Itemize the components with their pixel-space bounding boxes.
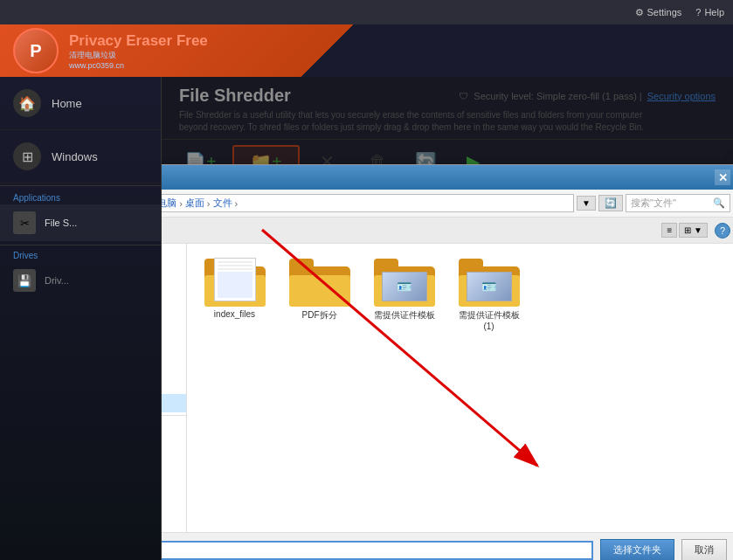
view-details-button[interactable]: ⊞ ▼ — [679, 223, 708, 238]
dlg-sidebar-item-f[interactable]: 💿 新加卷 (F:) — [162, 474, 186, 492]
addr-dropdown-button[interactable]: ▼ — [577, 196, 596, 211]
search-placeholder: 搜索"文件" — [631, 197, 710, 210]
dialog-files-area: index_files PDF拆分 — [187, 244, 733, 532]
dlg-sidebar-item-0[interactable]: 📁 新建文件夹 (3) — [162, 247, 186, 266]
file-label-template2: 需提供证件模板 (1) — [459, 309, 520, 331]
breadcrumb-sep1: › — [179, 198, 183, 209]
app-subtitle2: www.pc0359.cn — [69, 61, 208, 70]
file-item-index[interactable]: index_files — [197, 254, 272, 335]
dialog-sidebar: 📁 新建文件夹 (3) 🖥 桌面 💻 此电脑 📹 视频 — [162, 244, 187, 532]
file-item-pdf[interactable]: PDF拆分 — [282, 254, 356, 335]
help-button[interactable]: ? Help — [695, 7, 724, 17]
add-folder-dialog: 📁 Add folder ✕ ← → ↑ 📁 › 此电脑 › 桌面 › 文件 — [162, 164, 733, 560]
sidebar-home-label: Home — [52, 97, 82, 110]
file-item-template1[interactable]: 🪪 需提供证件模板 — [367, 254, 441, 335]
file-label-template1: 需提供证件模板 — [374, 309, 435, 321]
dlg-sidebar-item-desktop2[interactable]: 🖥 桌面 — [162, 394, 186, 412]
sidebar-item-home[interactable]: 🏠 Home — [0, 77, 161, 130]
file-item-template2[interactable]: 🪪 需提供证件模板 (1) — [452, 254, 526, 335]
dlg-sidebar-item-pictures[interactable]: 🖼 图片 — [162, 321, 186, 339]
sidebar-item-windows[interactable]: ⊞ Windows — [0, 130, 161, 183]
view-list-button[interactable]: ≡ — [661, 223, 677, 238]
dlg-sidebar-item-c[interactable]: 💿 本地磁盘 (C:) — [162, 418, 186, 437]
file-label-index: index_files — [214, 309, 255, 319]
breadcrumb-sep3: › — [235, 198, 239, 209]
dlg-sidebar-item-e[interactable]: 💿 备份[勿删] (E:) — [162, 455, 186, 474]
breadcrumb-part2[interactable]: 文件 — [213, 197, 232, 210]
sidebar-section-applications: Applications — [0, 185, 161, 204]
sidebar-section-drives: Drives — [0, 245, 161, 262]
breadcrumb-part0[interactable]: 此电脑 — [162, 197, 176, 210]
file-label-pdf: PDF拆分 — [302, 309, 337, 321]
app-logo: P — [13, 28, 59, 73]
windows-icon-bg: ⊞ — [13, 142, 41, 170]
dlg-sidebar-item-desktop1[interactable]: 🖥 桌面 — [162, 266, 186, 284]
breadcrumb-sep2: › — [207, 198, 211, 209]
sidebar: 🏠 Home ⊞ Windows Applications ✂ File S..… — [0, 77, 162, 560]
dlg-sidebar-item-music[interactable]: 🎵 音乐 — [162, 376, 186, 394]
sidebar-drives-label: Driv... — [45, 275, 69, 286]
folder-input[interactable] — [162, 541, 593, 560]
app-title: Privacy Eraser Free — [69, 32, 208, 50]
sidebar-item-drives[interactable]: 💾 Driv... — [0, 262, 161, 299]
addr-refresh-button[interactable]: 🔄 — [598, 195, 623, 211]
help-dialog-button[interactable]: ? — [715, 223, 730, 239]
home-icon-bg: 🏠 — [13, 89, 41, 117]
dlg-sidebar-item-computer[interactable]: 💻 此电脑 — [162, 284, 186, 302]
dlg-sidebar-item-video[interactable]: 📹 视频 — [162, 302, 186, 321]
sidebar-fileshredder-label: File S... — [45, 218, 77, 228]
breadcrumb-part1[interactable]: 桌面 — [185, 197, 204, 210]
cancel-button[interactable]: 取消 — [681, 539, 727, 560]
dlg-sidebar-item-g[interactable]: 💿 新加卷 (G:) — [162, 492, 186, 510]
content-area: File Shredder 🛡 Security level: Simple z… — [162, 77, 733, 560]
drive-icon-bg: 💾 — [13, 269, 36, 292]
settings-icon: ⚙ — [635, 7, 644, 18]
dlg-sidebar-item-d[interactable]: 💿 软件 (D:) — [162, 437, 186, 455]
dlg-sidebar-item-docs[interactable]: 📄 文档 — [162, 339, 186, 357]
dialog-close-button[interactable]: ✕ — [715, 169, 730, 185]
dlg-sidebar-item-downloads[interactable]: ⬇ 下载 — [162, 357, 186, 376]
sidebar-item-fileshredder[interactable]: ✂ File S... — [0, 204, 161, 241]
app-subtitle1: 清理电脑垃圾 — [69, 50, 208, 61]
search-icon[interactable]: 🔍 — [713, 197, 725, 209]
fileshredder-icon-bg: ✂ — [13, 211, 36, 234]
settings-button[interactable]: ⚙ Settings — [635, 7, 682, 18]
sidebar-windows-label: Windows — [52, 150, 98, 163]
select-folder-button[interactable]: 选择文件夹 — [600, 539, 674, 560]
help-icon: ? — [695, 7, 701, 17]
